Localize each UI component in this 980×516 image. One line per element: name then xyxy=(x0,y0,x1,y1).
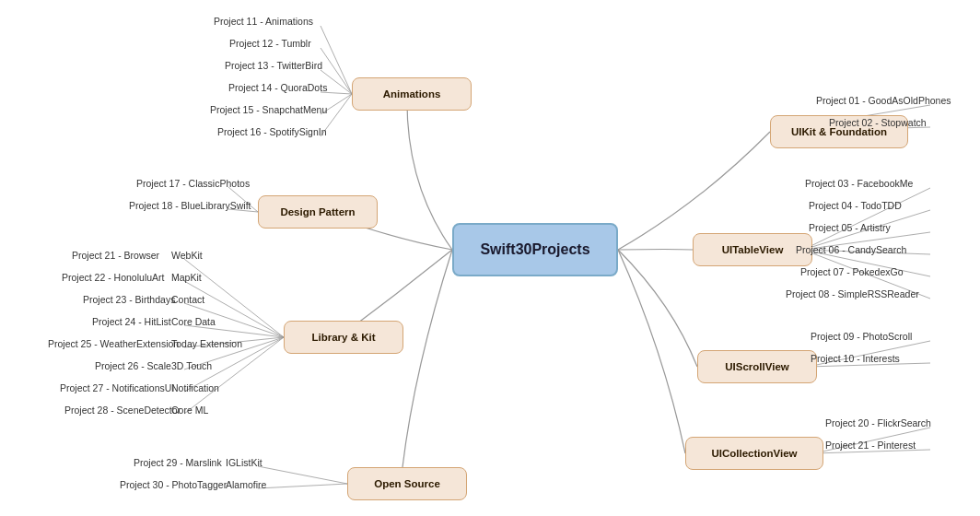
leaf-p26-touch: 3D Touch xyxy=(171,360,212,371)
svg-line-16 xyxy=(258,466,347,484)
leaf-p15: Project 15 - SnapchatMenu xyxy=(210,104,327,115)
leaf-p29-ig: IGListKit xyxy=(226,457,262,468)
leaf-p26: Project 26 - Scale xyxy=(95,360,171,371)
leaf-p27: Project 27 - NotificationsUI xyxy=(60,382,174,393)
category-uicollectionview-label: UICollectionView xyxy=(711,448,797,459)
leaf-p16: Project 16 - SpotifySignIn xyxy=(217,126,326,137)
category-open-source-label: Open Source xyxy=(374,478,440,489)
category-library-kit-label: Library & Kit xyxy=(311,332,375,343)
leaf-p28-ml: Core ML xyxy=(171,405,208,416)
leaf-p18: Project 18 - BlueLibrarySwift xyxy=(129,200,251,211)
category-uitableview-label: UITableView xyxy=(722,244,784,255)
category-uicollectionview: UICollectionView xyxy=(685,437,823,470)
leaf-p30: Project 30 - PhotoTagger xyxy=(120,479,227,490)
leaf-p08: Project 08 - SimpleRSSReader xyxy=(786,288,919,299)
leaf-p21-pinterest: Project 21 - Pinterest xyxy=(825,440,916,451)
leaf-p13: Project 13 - TwitterBird xyxy=(225,60,322,71)
leaf-p23-contact: Contact xyxy=(171,294,204,305)
leaf-p06: Project 06 - CandySearch xyxy=(796,244,906,255)
leaf-p09: Project 09 - PhotoScroll xyxy=(811,331,912,342)
leaf-p22: Project 22 - HonoluluArt xyxy=(62,272,164,283)
svg-line-17 xyxy=(258,484,347,488)
leaf-p30-alamo: Alamofire xyxy=(226,479,266,490)
leaf-p04: Project 04 - TodoTDD xyxy=(809,200,902,211)
svg-line-9 xyxy=(184,281,284,337)
center-node: Swift30Projects xyxy=(452,223,618,276)
leaf-p25-today: Today Extension xyxy=(171,338,242,349)
svg-line-20 xyxy=(803,188,930,250)
leaf-p28: Project 28 - SceneDetector xyxy=(64,405,181,416)
leaf-p21-browser: Project 21 - Browser xyxy=(72,250,159,261)
leaf-p25: Project 25 - WeatherExtension xyxy=(48,338,179,349)
leaf-p23: Project 23 - Birthdays xyxy=(83,294,175,305)
leaf-p20: Project 20 - FlickrSearch xyxy=(825,417,931,428)
leaf-p21-webkit: WebKit xyxy=(171,250,203,261)
leaf-p02: Project 02 - Stopwatch xyxy=(829,117,927,128)
leaf-p29: Project 29 - Marslink xyxy=(134,457,222,468)
leaf-p24-coredata: Core Data xyxy=(171,316,216,327)
category-animations-label: Animations xyxy=(383,88,441,100)
leaf-p12: Project 12 - Tumblr xyxy=(229,38,311,49)
category-design-pattern: Design Pattern xyxy=(258,195,378,229)
category-design-pattern-label: Design Pattern xyxy=(280,206,355,217)
leaf-p11: Project 11 - Animations xyxy=(214,16,313,27)
category-library-kit: Library & Kit xyxy=(284,321,403,354)
leaf-p07: Project 07 - PokedexGo xyxy=(800,266,903,277)
category-uitableview: UITableView xyxy=(693,233,812,266)
leaf-p05: Project 05 - Artistry xyxy=(809,222,891,233)
center-label: Swift30Projects xyxy=(480,241,589,258)
leaf-p14: Project 14 - QuoraDots xyxy=(228,82,327,93)
category-open-source: Open Source xyxy=(347,467,467,500)
leaf-p10: Project 10 - Interests xyxy=(811,353,900,364)
leaf-p27-notif: Notification xyxy=(171,382,219,393)
leaf-p01: Project 01 - GoodAsOldPhones xyxy=(816,95,951,106)
leaf-p22-mapkit: MapKit xyxy=(171,272,202,283)
leaf-p17: Project 17 - ClassicPhotos xyxy=(136,178,250,189)
leaf-p24: Project 24 - HitList xyxy=(92,316,171,327)
category-uiscrollview: UIScrollView xyxy=(697,350,817,383)
category-animations: Animations xyxy=(352,77,472,111)
category-uiscrollview-label: UIScrollView xyxy=(725,361,788,372)
leaf-p03: Project 03 - FacebookMe xyxy=(805,178,913,189)
